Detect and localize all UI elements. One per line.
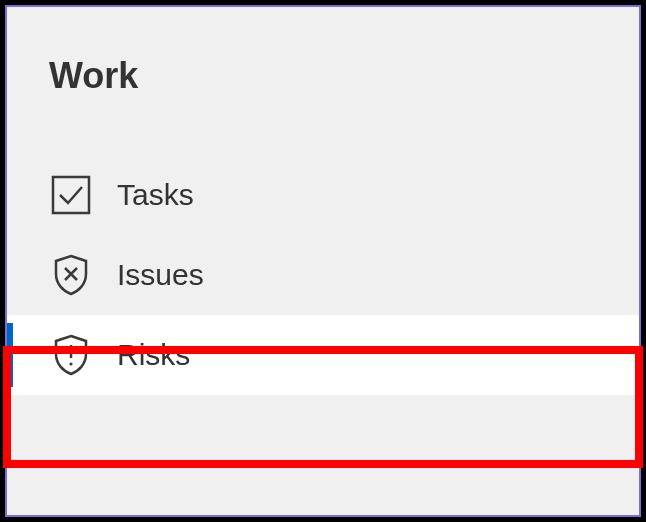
nav-item-issues[interactable]: Issues xyxy=(7,235,639,315)
nav-list: Tasks Issues Risks xyxy=(7,155,639,395)
sidebar-panel: Work Tasks Issues xyxy=(5,5,641,517)
nav-item-label: Issues xyxy=(117,258,204,292)
checkbox-checked-icon xyxy=(49,173,93,217)
nav-item-label: Tasks xyxy=(117,178,194,212)
nav-item-risks[interactable]: Risks xyxy=(7,315,639,395)
section-title: Work xyxy=(7,7,639,97)
shield-x-icon xyxy=(49,253,93,297)
svg-rect-0 xyxy=(53,177,89,213)
shield-exclamation-icon xyxy=(49,333,93,377)
nav-item-label: Risks xyxy=(117,338,190,372)
svg-point-2 xyxy=(69,362,72,365)
nav-item-tasks[interactable]: Tasks xyxy=(7,155,639,235)
